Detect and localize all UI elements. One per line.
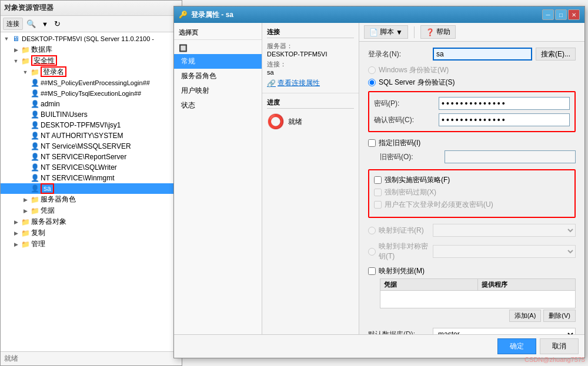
tree-server-node[interactable]: ▼ 🖥 DESKTOP-TPFM5VI (SQL Server 11.0.210… <box>1 33 182 44</box>
old-pwd-input[interactable] <box>445 150 576 163</box>
map-asym-radio[interactable] <box>368 248 376 256</box>
server-objects-label: 服务器对象 <box>31 217 66 227</box>
view-connection-link[interactable]: 🔗 查看连接属性 <box>267 78 354 88</box>
map-cred-group: 映射到凭据(M) <box>368 266 576 276</box>
sql-auth-label: SQL Server 身份验证(S) <box>379 78 455 88</box>
map-asym-dropdown[interactable] <box>433 245 576 258</box>
tree-server-objects[interactable]: ▶ 📁 服务器对象 <box>1 216 182 227</box>
logins-folder-icon: 📁 <box>30 68 39 77</box>
maximize-button[interactable]: □ <box>555 9 567 20</box>
tree-replication[interactable]: ▶ 📁 复制 <box>1 227 182 239</box>
sql-auth-radio[interactable] <box>368 79 376 86</box>
cancel-button[interactable]: 取消 <box>540 338 579 354</box>
main-toolbar: 📄 脚本 ▼ ❓ 帮助 <box>359 23 584 42</box>
object-explorer-window: 对象资源管理器 连接 🔍 ▼ ↻ ▼ 🖥 DESKTOP-TPFM5VI (SQ… <box>0 0 182 366</box>
enforce-policy-group: 强制实施密码策略(F) <box>374 175 570 185</box>
toolbar-divider <box>414 26 415 38</box>
replication-expander[interactable]: ▶ <box>11 229 21 238</box>
password-label: 密码(P): <box>374 99 439 109</box>
windows-auth-label: Windows 身份验证(W) <box>379 65 449 75</box>
map-cred-checkbox[interactable] <box>368 267 376 275</box>
login-icon-sa: 👤 <box>30 184 39 193</box>
server-objects-expander[interactable]: ▶ <box>11 217 21 227</box>
login-label-3: admin <box>41 100 60 108</box>
progress-title: 进度 <box>267 98 354 109</box>
confirm-label: 确认密码(C): <box>374 115 439 125</box>
login-item-3[interactable]: 👤 admin <box>1 99 182 109</box>
login-item-4[interactable]: 👤 BUILTIN\Users <box>1 109 182 120</box>
logins-expander[interactable]: ▼ <box>21 68 30 77</box>
map-cert-radio[interactable] <box>368 227 376 234</box>
script-button[interactable]: 📄 脚本 ▼ <box>364 25 408 39</box>
server-roles-icon: 📁 <box>30 195 39 204</box>
login-item-sa[interactable]: 👤 sa <box>1 183 182 194</box>
credentials-expander[interactable]: ▶ <box>21 206 30 216</box>
cred-header-provider: 提供程序 <box>478 279 575 290</box>
enforce-policy-label: 强制实施密码策略(F) <box>385 175 450 185</box>
connect-button[interactable]: 连接 <box>3 18 23 30</box>
default-db-dropdown[interactable]: master <box>433 328 576 334</box>
page-item-user-mapping[interactable]: 用户映射 <box>174 83 262 98</box>
link-icon: 🔗 <box>267 79 276 88</box>
specify-old-pwd-checkbox[interactable] <box>368 139 376 147</box>
user-must-change-checkbox[interactable] <box>374 201 382 209</box>
oe-title: 对象资源管理器 <box>4 4 54 12</box>
map-asym-group: 映射到非对称密钥(T) <box>368 241 576 261</box>
login-item-6[interactable]: 👤 NT AUTHORITY\SYSTEM <box>1 130 182 141</box>
server-objects-icon: 📁 <box>21 217 30 227</box>
search-button[interactable]: 搜索(E)... <box>536 48 576 61</box>
tree-server-roles[interactable]: ▶ 📁 服务器角色 <box>1 194 182 205</box>
security-expander[interactable]: ▼ <box>11 56 21 66</box>
db-expander[interactable]: ▶ <box>11 45 21 55</box>
status-text: 就绪 <box>4 354 18 362</box>
tree-credentials[interactable]: ▶ 📁 凭据 <box>1 205 182 216</box>
help-button[interactable]: ❓ 帮助 <box>420 25 456 39</box>
server-expander[interactable]: ▼ <box>2 34 11 43</box>
default-db-label: 默认数据库(D): <box>368 330 433 335</box>
login-item-7[interactable]: 👤 NT Service\MSSQLSERVER <box>1 141 182 152</box>
windows-auth-radio[interactable] <box>368 66 376 74</box>
close-button[interactable]: ✕ <box>568 9 580 20</box>
windows-auth-option[interactable]: Windows 身份验证(W) <box>368 65 576 75</box>
login-item-10[interactable]: 👤 NT SERVICE\Winmgmt <box>1 173 182 183</box>
login-item-5[interactable]: 👤 DESKTOP-TPFM5VI\jsy1 <box>1 120 182 130</box>
ok-button[interactable]: 确定 <box>497 338 536 354</box>
page-item-status[interactable]: 状态 <box>174 98 262 113</box>
tree-security[interactable]: ▼ 📁 安全性 <box>1 55 182 66</box>
add-credential-button[interactable]: 添加(A) <box>509 310 542 322</box>
toolbar-filter-icon: 🔍 <box>24 18 38 29</box>
cred-header-cred: 凭据 <box>380 279 478 290</box>
server-roles-label: 服务器角色 <box>41 194 76 204</box>
tree-databases[interactable]: ▶ 📁 数据库 <box>1 44 182 55</box>
login-item-9[interactable]: 👤 NT SERVICE\SQLWriter <box>1 162 182 173</box>
login-icon-3: 👤 <box>30 99 39 109</box>
login-name-input[interactable] <box>433 48 532 61</box>
confirm-input[interactable] <box>439 113 570 126</box>
page-item-server-roles[interactable]: 服务器角色 <box>174 69 262 83</box>
management-icon: 📁 <box>21 240 30 249</box>
map-cert-dropdown[interactable] <box>433 224 576 237</box>
old-password-group: 旧密码(O): <box>380 150 576 163</box>
help-label: 帮助 <box>436 27 450 37</box>
server-roles-expander[interactable]: ▶ <box>21 195 30 204</box>
minimize-button[interactable]: ─ <box>542 9 554 20</box>
sql-auth-option[interactable]: SQL Server 身份验证(S) <box>368 78 576 88</box>
login-item-2[interactable]: 👤 ##MS_PolicyTsqlExecutionLogin## <box>1 88 182 99</box>
page-icon-general: 🔲 <box>174 42 262 54</box>
tree-management[interactable]: ▶ 📁 管理 <box>1 239 182 250</box>
login-item-1[interactable]: 👤 ##MS_PolicyEventProcessingLogin## <box>1 78 182 88</box>
enforce-expiry-label: 强制密码过期(X) <box>385 187 436 197</box>
remove-credential-button[interactable]: 删除(V) <box>543 310 576 322</box>
login-label-sa: sa <box>41 184 54 193</box>
link-text: 查看连接属性 <box>278 78 320 88</box>
enforce-expiry-checkbox[interactable] <box>374 189 382 196</box>
login-item-8[interactable]: 👤 NT SERVICE\ReportServer <box>1 152 182 162</box>
login-label-4: BUILTIN\Users <box>41 110 88 119</box>
login-label-10: NT SERVICE\Winmgmt <box>41 174 115 182</box>
page-item-general[interactable]: 常规 <box>174 54 262 69</box>
management-expander[interactable]: ▶ <box>11 240 21 249</box>
tree-logins-folder[interactable]: ▼ 📁 登录名 <box>1 66 182 78</box>
security-folder-icon: 📁 <box>21 56 30 66</box>
enforce-policy-checkbox[interactable] <box>374 176 382 184</box>
password-input[interactable] <box>439 97 570 110</box>
